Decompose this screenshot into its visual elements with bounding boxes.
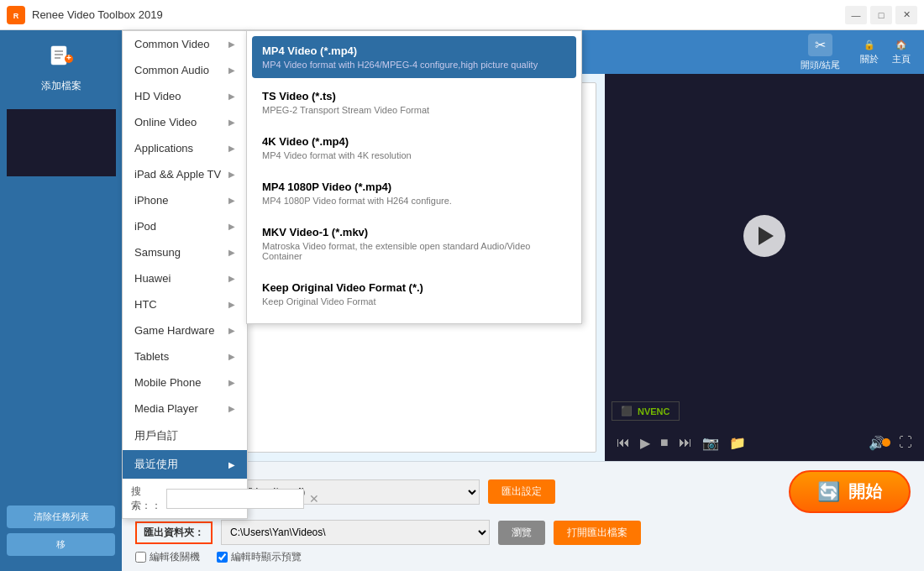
format-submenu: MP4 Video (*.mp4) MP4 Video format with …: [246, 30, 582, 324]
window-controls: — □ ✕: [845, 6, 917, 24]
arrow-icon: ▶: [228, 248, 235, 257]
video-player[interactable]: [605, 74, 924, 398]
svg-rect-6: [55, 54, 63, 55]
format-desc: Matroska Video format, the extensible op…: [262, 241, 566, 261]
menu-item-game-hardware[interactable]: Game Hardware ▶: [123, 317, 247, 343]
about-button[interactable]: 🔒 關於: [860, 39, 879, 65]
start-button[interactable]: 🔄 開始: [789, 470, 911, 513]
arrow-icon: ▶: [228, 352, 235, 361]
menu-item-recent[interactable]: 最近使用 ▶: [123, 450, 247, 479]
trim-icon: ✂: [808, 34, 832, 56]
menu-item-media-player[interactable]: Media Player ▶: [123, 396, 247, 422]
search-input[interactable]: [166, 489, 304, 509]
prev-button[interactable]: ⏮: [615, 433, 632, 452]
sidebar: + 添加檔案 清除任務列表 移: [0, 30, 122, 571]
preview-checkbox-label[interactable]: 編輯時顯示預覽: [217, 550, 302, 564]
format-desc: MP4 Video format with H264/MPEG-4 config…: [262, 60, 566, 70]
home-icon: 🏠: [895, 39, 907, 50]
home-label: 主頁: [892, 53, 911, 65]
menu-item-applications[interactable]: Applications ▶: [123, 135, 247, 161]
format-original[interactable]: Keep Original Video Format (*.) Keep Ori…: [252, 273, 576, 315]
menu-item-common-audio[interactable]: Common Audio ▶: [123, 57, 247, 83]
format-ts[interactable]: TS Video (*.ts) MPEG-2 Transport Stream …: [252, 81, 576, 123]
arrow-icon: ▶: [228, 170, 235, 179]
format-4k[interactable]: 4K Video (*.mp4) MP4 Video format with 4…: [252, 127, 576, 169]
shutdown-checkbox[interactable]: [135, 552, 146, 563]
svg-rect-7: [55, 57, 60, 59]
arrow-icon: ▶: [228, 326, 235, 335]
screenshot-button[interactable]: 📷: [701, 433, 721, 453]
menu-item-huawei[interactable]: Huawei ▶: [123, 265, 247, 291]
arrow-icon: ▶: [228, 39, 235, 49]
player-controls: ⏮ ▶ ■ ⏭ 📷 📁 🔊 ⛶: [605, 424, 924, 461]
play-large-button[interactable]: [743, 215, 785, 257]
volume-thumb: [882, 438, 890, 447]
menu-item-mobile-phone[interactable]: Mobile Phone ▶: [123, 369, 247, 396]
browse-button[interactable]: 瀏覽: [498, 521, 545, 545]
menu-item-tablets[interactable]: Tablets ▶: [123, 343, 247, 369]
search-row: 搜索：： ✕: [123, 479, 247, 518]
stop-button[interactable]: ■: [659, 433, 670, 452]
menu-item-ipad[interactable]: iPad && Apple TV ▶: [123, 161, 247, 187]
menu-item-custom[interactable]: 用戶自訂: [123, 422, 247, 450]
start-label: 開始: [848, 480, 882, 503]
fullscreen-button[interactable]: ⛶: [897, 433, 914, 452]
format-1080p[interactable]: MP4 1080P Video (*.mp4) MP4 1080P Video …: [252, 172, 576, 214]
lock-icon: 🔒: [864, 39, 875, 50]
home-button[interactable]: 🏠 主頁: [892, 39, 911, 65]
svg-text:+: +: [66, 53, 71, 62]
folder-label: 匯出資料夾：: [135, 521, 213, 544]
shutdown-checkbox-label[interactable]: 編輯後關機: [135, 550, 200, 564]
menu-item-htc[interactable]: HTC ▶: [123, 291, 247, 317]
format-desc: Keep Original Video Format: [262, 296, 566, 306]
close-button[interactable]: ✕: [895, 6, 917, 24]
menu-item-ipod[interactable]: iPod ▶: [123, 213, 247, 239]
arrow-icon: ▶: [228, 300, 235, 309]
trim-button[interactable]: ✂ 開頭/結尾: [801, 34, 840, 71]
refresh-icon: 🔄: [817, 481, 840, 503]
format-title: TS Video (*.ts): [262, 90, 566, 102]
move-button[interactable]: 移: [7, 533, 115, 556]
maximize-button[interactable]: □: [870, 6, 892, 24]
minimize-button[interactable]: —: [845, 6, 867, 24]
video-player-area: ⬛ NVENC ⏮ ▶ ■ ⏭ 📷 📁 🔊: [605, 74, 924, 461]
arrow-icon: ▶: [228, 144, 235, 153]
folder-button[interactable]: 📁: [727, 433, 748, 453]
menu-item-hd-video[interactable]: HD Video ▶: [123, 83, 247, 109]
next-button[interactable]: ⏭: [677, 433, 694, 452]
format-desc: MP4 1080P Video format with H264 configu…: [262, 196, 566, 206]
format-category-menu: Common Video ▶ Common Audio ▶ HD Video ▶…: [122, 30, 248, 519]
volume-control: 🔊: [867, 433, 890, 453]
about-label: 關於: [860, 53, 879, 65]
menu-item-samsung[interactable]: Samsung ▶: [123, 239, 247, 265]
menu-item-common-video[interactable]: Common Video ▶: [123, 31, 247, 57]
format-mp4[interactable]: MP4 Video (*.mp4) MP4 Video format with …: [252, 36, 576, 78]
arrow-icon: ▶: [228, 65, 235, 75]
app-logo: R: [7, 6, 25, 24]
format-title: MKV Video-1 (*.mkv): [262, 226, 566, 238]
arrow-icon: ▶: [228, 196, 235, 205]
menu-item-online-video[interactable]: Online Video ▶: [123, 109, 247, 135]
nvenc-badge: ⬛ NVENC: [612, 401, 680, 421]
format-title: Keep Original Video Format (*.): [262, 281, 566, 294]
preview-checkbox[interactable]: [217, 552, 228, 563]
nvenc-label: NVENC: [638, 406, 670, 416]
open-folder-button[interactable]: 打開匯出檔案: [554, 521, 641, 545]
arrow-icon: ▶: [228, 92, 235, 101]
folder-select[interactable]: C:\Users\Yan\Videos\: [221, 520, 490, 545]
export-settings-button[interactable]: 匯出設定: [488, 479, 555, 504]
svg-rect-5: [55, 50, 63, 52]
add-file-label: 添加檔案: [41, 79, 81, 93]
clear-search-icon[interactable]: ✕: [309, 492, 319, 506]
clear-tasks-button[interactable]: 清除任務列表: [7, 506, 115, 528]
play-button[interactable]: ▶: [638, 433, 652, 453]
arrow-icon: ▶: [228, 118, 235, 127]
format-desc: MP4 Video format with 4K resolution: [262, 150, 566, 160]
trim-label: 開頭/結尾: [801, 59, 840, 71]
format-title: MP4 1080P Video (*.mp4): [262, 181, 566, 193]
add-file-button[interactable]: + 添加檔案: [28, 39, 95, 97]
menu-item-iphone[interactable]: iPhone ▶: [123, 187, 247, 213]
arrow-icon: ▶: [228, 274, 235, 283]
format-mkv[interactable]: MKV Video-1 (*.mkv) Matroska Video forma…: [252, 217, 576, 270]
search-label: 搜索：：: [131, 485, 161, 513]
